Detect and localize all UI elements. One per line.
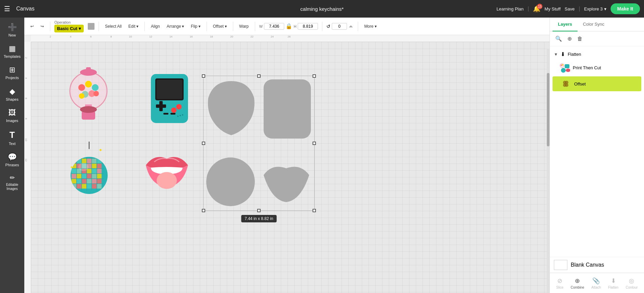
editable-images-icon: ✏: [10, 174, 15, 181]
scroll-thumb[interactable]: [547, 73, 549, 146]
canvas-container[interactable]: 2 4 6 8 10 12 14 16 18 20 22 24 26 2 4 6…: [24, 35, 549, 293]
redo-button[interactable]: ↪: [38, 23, 46, 30]
flip-button[interactable]: Flip ▾: [189, 23, 202, 30]
sidebar-item-templates[interactable]: ▦ Templates: [1, 42, 24, 62]
arrange-button[interactable]: Arrange ▾: [165, 23, 186, 30]
rotate-input[interactable]: [332, 23, 347, 30]
svg-rect-63: [87, 184, 91, 189]
slice-button[interactable]: ⊘ Slice: [553, 275, 567, 291]
svg-point-24: [182, 114, 183, 116]
disco-ball[interactable]: ✦ ✦: [65, 142, 114, 197]
panel-tabs: Layers Color Sync: [550, 18, 644, 31]
svg-point-8: [79, 93, 84, 99]
main-area: ➕ New ▦ Templates ⊞ Projects ◆ Shapes 🖼 …: [0, 18, 644, 293]
make-it-button[interactable]: Make It: [611, 3, 640, 14]
canvas[interactable]: ✦ ✦: [31, 42, 549, 293]
handle-mid-right[interactable]: [313, 142, 316, 145]
gameboy[interactable]: [149, 72, 190, 125]
sidebar-item-text[interactable]: T Text: [1, 127, 24, 149]
svg-point-83: [562, 64, 563, 66]
flatten-label: Flatten: [568, 52, 581, 57]
undo-button[interactable]: ↩: [28, 23, 36, 30]
handle-bottom-right[interactable]: [313, 209, 316, 212]
svg-point-19: [171, 107, 177, 113]
handle-top-left[interactable]: [202, 74, 205, 78]
layer-offset[interactable]: Offset: [553, 76, 641, 91]
handle-bottom-mid[interactable]: [257, 209, 261, 212]
edit-button[interactable]: Edit ▾: [126, 23, 140, 30]
sidebar-item-phrases[interactable]: 💬 Phrases: [1, 150, 24, 170]
svg-rect-52: [92, 174, 97, 178]
warp-button[interactable]: Warp: [237, 23, 251, 30]
contour-button[interactable]: ◎ Contour: [622, 275, 641, 291]
learning-plan[interactable]: Learning Plan: [497, 6, 524, 11]
svg-rect-50: [82, 174, 86, 178]
tab-layers[interactable]: Layers: [553, 18, 578, 31]
sidebar-item-new[interactable]: ➕ New: [1, 20, 24, 40]
right-panel: Layers Color Sync 🔍 ⊕ 🗑 ▼ ⬇ Flatten: [549, 18, 644, 293]
separator2: [99, 22, 99, 31]
lips[interactable]: [142, 147, 191, 196]
svg-point-23: [180, 115, 181, 116]
select-all-button[interactable]: Select All: [103, 23, 124, 30]
lock-icon[interactable]: 🔒: [286, 23, 292, 29]
svg-point-85: [561, 68, 566, 73]
handle-top-mid[interactable]: [257, 74, 261, 78]
notification-badge: 15: [537, 4, 542, 9]
svg-rect-59: [97, 179, 102, 184]
width-input[interactable]: [264, 23, 284, 30]
notifications-button[interactable]: 🔔 15: [533, 5, 540, 13]
handle-top-right[interactable]: [313, 74, 316, 78]
sidebar-item-images[interactable]: 🖼 Images: [1, 106, 24, 126]
handle-mid-left[interactable]: [202, 142, 205, 145]
search-button[interactable]: 🔍: [554, 34, 563, 43]
projects-icon: ⊞: [9, 66, 15, 74]
svg-point-90: [565, 83, 568, 87]
tab-color-sync[interactable]: Color Sync: [578, 18, 610, 31]
svg-point-5: [92, 84, 99, 91]
machine-select[interactable]: Explore 3 ▾: [584, 6, 607, 11]
flatten-group-icon: ⬇: [561, 51, 565, 57]
width-label: W: [259, 24, 263, 28]
svg-rect-41: [97, 164, 102, 168]
svg-rect-51: [87, 174, 91, 178]
selected-group[interactable]: 7.44 in x 8.82 in: [203, 76, 315, 211]
my-stuff-link[interactable]: My Stuff: [544, 6, 560, 11]
color-swatch[interactable]: [88, 23, 95, 30]
svg-rect-46: [92, 169, 97, 173]
offset-button[interactable]: Offset ▾: [211, 23, 229, 30]
offset-label: Offset: [574, 81, 586, 87]
vertical-scrollbar[interactable]: [547, 49, 549, 293]
svg-point-81: [560, 64, 564, 68]
menu-icon[interactable]: ☰: [4, 5, 10, 13]
align-button[interactable]: Align: [149, 23, 162, 30]
operation-select[interactable]: Basic Cut ▾: [54, 25, 84, 32]
svg-rect-20: [163, 113, 168, 115]
more-button[interactable]: More ▾: [362, 23, 379, 30]
flatten-group-row[interactable]: ▼ ⬇ Flatten: [550, 49, 644, 59]
svg-point-78: [157, 172, 177, 189]
svg-rect-60: [72, 184, 76, 189]
svg-rect-55: [77, 179, 81, 184]
svg-rect-84: [565, 64, 569, 68]
svg-rect-45: [87, 169, 91, 173]
rotate-stepper[interactable]: ⏶: [348, 23, 354, 29]
svg-rect-62: [82, 184, 86, 189]
attach-button[interactable]: 📎 Attach: [588, 275, 604, 291]
handle-bottom-left[interactable]: [202, 209, 205, 212]
plus-icon: ➕: [8, 23, 17, 32]
sidebar-item-shapes[interactable]: ◆ Shapes: [1, 84, 24, 104]
layer-print-then-cut[interactable]: Print Then Cut: [550, 59, 644, 76]
svg-rect-56: [82, 179, 86, 184]
height-input[interactable]: [298, 23, 318, 30]
delete-layer-button[interactable]: 🗑: [576, 34, 584, 43]
combine-button[interactable]: ⊕ Combine: [567, 275, 588, 291]
sidebar-item-editable-images[interactable]: ✏ Editable Images: [1, 171, 24, 194]
flatten-button[interactable]: ⬇ Flatten: [605, 275, 622, 291]
dropdown-arrow-icon: ▾: [79, 26, 81, 31]
add-layer-button[interactable]: ⊕: [566, 34, 573, 43]
gumball-machine[interactable]: [66, 64, 110, 121]
svg-point-18: [176, 104, 182, 109]
sidebar-item-projects[interactable]: ⊞ Projects: [1, 63, 24, 83]
save-button[interactable]: Save: [565, 6, 575, 11]
